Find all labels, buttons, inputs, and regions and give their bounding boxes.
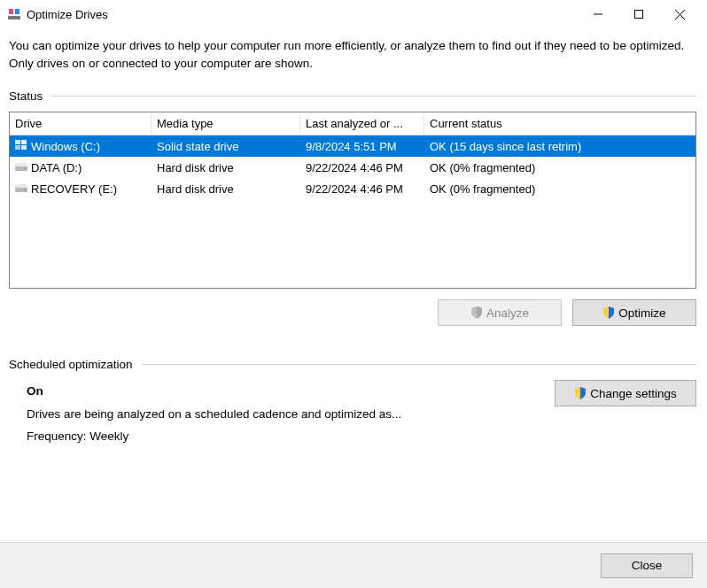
scheduled-section-label: Scheduled optimization (9, 358, 696, 371)
drive-name: Windows (C:) (31, 140, 100, 153)
svg-point-13 (25, 167, 27, 169)
drive-table[interactable]: Drive Media type Last analyzed or ... Cu… (9, 112, 696, 289)
table-row[interactable]: RECOVERY (E:)Hard disk drive9/22/2024 4:… (10, 178, 695, 199)
column-status[interactable]: Current status (424, 113, 695, 134)
change-settings-button[interactable]: Change settings (555, 380, 696, 406)
shield-icon (574, 387, 587, 399)
column-media[interactable]: Media type (152, 113, 300, 134)
shield-icon (602, 306, 615, 319)
app-icon (7, 7, 21, 21)
drive-name: DATA (D:) (31, 161, 82, 174)
scheduled-on-label: On (27, 380, 537, 403)
shield-icon (470, 306, 483, 319)
optimize-button[interactable]: Optimize (572, 299, 696, 326)
scheduled-desc: Drives are being analyzed on a scheduled… (27, 403, 537, 426)
column-last[interactable]: Last analyzed or ... (300, 113, 424, 134)
table-row[interactable]: DATA (D:)Hard disk drive9/22/2024 4:46 P… (10, 157, 695, 178)
svg-rect-9 (15, 145, 20, 150)
drive-media: Solid state drive (152, 138, 300, 155)
change-settings-label: Change settings (590, 387, 677, 400)
svg-rect-8 (21, 140, 27, 144)
drive-name: RECOVERY (E:) (31, 182, 117, 196)
status-section-label: Status (9, 89, 696, 103)
column-drive[interactable]: Drive (10, 113, 152, 134)
svg-rect-10 (21, 145, 27, 150)
drive-last-analyzed: 9/22/2024 4:46 PM (300, 159, 424, 176)
titlebar: Optimize Drives (0, 0, 707, 28)
drive-icon (15, 140, 27, 153)
maximize-button[interactable] (618, 1, 659, 27)
drive-icon (15, 161, 27, 174)
drive-status: OK (15 days since last retrim) (424, 138, 695, 155)
footer: Close (0, 542, 707, 588)
svg-rect-0 (8, 16, 20, 19)
description-text: You can optimize your drives to help you… (9, 37, 696, 72)
divider (51, 96, 696, 97)
svg-point-16 (25, 189, 27, 190)
close-dialog-button[interactable]: Close (601, 553, 693, 578)
svg-rect-12 (16, 163, 27, 166)
drive-status: OK (0% fragmented) (424, 159, 695, 176)
drive-icon (15, 182, 27, 196)
status-label-text: Status (9, 89, 43, 103)
drive-status: OK (0% fragmented) (424, 181, 695, 197)
svg-rect-2 (15, 9, 19, 14)
svg-rect-4 (635, 11, 643, 19)
window-title: Optimize Drives (27, 8, 578, 21)
svg-rect-7 (15, 140, 20, 144)
analyze-button: Analyze (438, 299, 562, 326)
divider (142, 364, 696, 365)
scheduled-frequency: Frequency: Weekly (27, 425, 537, 448)
drive-media: Hard disk drive (152, 159, 300, 176)
analyze-button-label: Analyze (486, 306, 529, 320)
svg-rect-15 (16, 184, 27, 188)
drive-last-analyzed: 9/22/2024 4:46 PM (300, 181, 424, 197)
close-button-label: Close (632, 559, 663, 572)
table-row[interactable]: Windows (C:)Solid state drive9/8/2024 5:… (10, 135, 695, 157)
close-button[interactable] (659, 1, 700, 27)
table-header[interactable]: Drive Media type Last analyzed or ... Cu… (10, 112, 695, 135)
svg-rect-1 (9, 9, 13, 14)
drive-last-analyzed: 9/8/2024 5:51 PM (300, 138, 424, 155)
drive-media: Hard disk drive (152, 181, 300, 197)
scheduled-label-text: Scheduled optimization (9, 358, 133, 371)
optimize-button-label: Optimize (618, 306, 665, 320)
minimize-button[interactable] (578, 1, 618, 27)
